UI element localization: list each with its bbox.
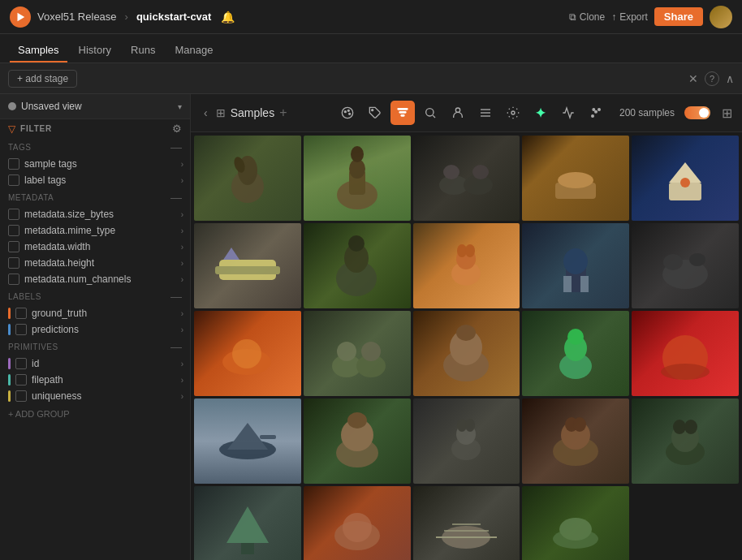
grid-cell-12[interactable] bbox=[413, 311, 520, 396]
grid-cell-22[interactable] bbox=[413, 486, 520, 560]
grid-cell-15[interactable] bbox=[194, 398, 301, 484]
add-tab-button[interactable]: + bbox=[279, 106, 287, 120]
svg-rect-49 bbox=[580, 276, 589, 292]
grid-cell-19[interactable] bbox=[632, 398, 739, 484]
grid-cell-13[interactable] bbox=[522, 311, 629, 396]
prev-sample-button[interactable]: ‹ bbox=[201, 105, 211, 121]
grid-view-button[interactable]: ⊞ bbox=[722, 106, 732, 121]
tab-manage[interactable]: Manage bbox=[166, 39, 221, 62]
filepath-color-bar bbox=[8, 374, 11, 386]
sidebar-item-width[interactable]: metadata.width › bbox=[0, 239, 190, 255]
tags-group-collapse[interactable]: — bbox=[170, 140, 182, 153]
clear-stage-button[interactable]: ✕ bbox=[688, 72, 698, 85]
notification-icon[interactable]: 🔔 bbox=[221, 11, 235, 24]
tab-runs[interactable]: Runs bbox=[123, 39, 163, 62]
app-name: Voxel51 Release bbox=[37, 11, 117, 23]
grid-cell-23[interactable] bbox=[522, 486, 629, 560]
grid-cell-5[interactable] bbox=[194, 223, 301, 308]
sidebar-item-sample-tags[interactable]: sample tags › bbox=[0, 156, 190, 172]
primitives-group-collapse[interactable]: — bbox=[170, 340, 182, 353]
grid-cell-8[interactable] bbox=[522, 223, 629, 308]
filter-section-header: ▽ FILTER ⚙ bbox=[0, 119, 190, 138]
sample-tags-checkbox[interactable] bbox=[8, 158, 19, 170]
toggle-track[interactable] bbox=[684, 106, 710, 119]
ground-truth-checkbox[interactable] bbox=[15, 308, 27, 319]
help-button[interactable]: ? bbox=[705, 71, 719, 86]
add-stage-button[interactable]: + add stage bbox=[8, 70, 77, 88]
scatter-button[interactable] bbox=[584, 101, 608, 125]
label-tags-checkbox[interactable] bbox=[8, 174, 19, 186]
grid-cell-11[interactable] bbox=[304, 311, 411, 396]
tab-history[interactable]: History bbox=[71, 39, 119, 62]
view-selector[interactable]: Unsaved view ▾ bbox=[0, 94, 190, 119]
share-button[interactable]: Share bbox=[654, 7, 703, 26]
svg-point-16 bbox=[592, 115, 594, 118]
avatar[interactable] bbox=[710, 6, 732, 28]
person-button[interactable] bbox=[446, 101, 470, 125]
export-button[interactable]: ↑ Export bbox=[611, 11, 648, 23]
svg-marker-0 bbox=[18, 12, 25, 21]
grid-cell-7[interactable] bbox=[413, 223, 520, 308]
uniqueness-checkbox[interactable] bbox=[15, 390, 27, 402]
grid-cell-17[interactable] bbox=[413, 398, 520, 484]
grid-cell-6[interactable] bbox=[304, 223, 411, 308]
palette-button[interactable] bbox=[335, 101, 360, 125]
ai-button[interactable]: ✦ bbox=[528, 101, 553, 125]
width-checkbox[interactable] bbox=[8, 241, 19, 252]
sidebar-item-uniqueness[interactable]: uniqueness › bbox=[0, 388, 190, 404]
filter-settings-icon[interactable]: ⚙ bbox=[172, 123, 182, 135]
app-logo[interactable] bbox=[10, 6, 31, 28]
view-chevron-icon: ▾ bbox=[178, 102, 182, 111]
sidebar-item-id[interactable]: id › bbox=[0, 355, 190, 372]
grid-cell-16[interactable] bbox=[304, 398, 411, 484]
sidebar: Unsaved view ▾ ▽ FILTER ⚙ TAGS — sample … bbox=[0, 94, 191, 560]
grid-cell-14[interactable] bbox=[632, 311, 739, 396]
sidebar-item-label-tags[interactable]: label tags › bbox=[0, 172, 190, 188]
sidebar-item-height[interactable]: metadata.height › bbox=[0, 255, 190, 271]
sidebar-item-filepath[interactable]: filepath › bbox=[0, 372, 190, 388]
grid-cell-0[interactable] bbox=[194, 136, 301, 221]
add-group-button[interactable]: + ADD GROUP bbox=[0, 404, 190, 424]
id-checkbox[interactable] bbox=[15, 358, 27, 369]
view-dot bbox=[8, 102, 16, 110]
sidebar-item-size-bytes[interactable]: metadata.size_bytes › bbox=[0, 206, 190, 222]
grid-cell-4[interactable] bbox=[632, 136, 739, 221]
height-chevron-icon: › bbox=[181, 259, 183, 268]
num-channels-checkbox[interactable] bbox=[8, 274, 19, 285]
metadata-group-title: METADATA bbox=[8, 193, 167, 202]
grid-cell-20[interactable] bbox=[194, 486, 301, 560]
filepath-checkbox[interactable] bbox=[15, 374, 27, 386]
list-button[interactable] bbox=[473, 101, 498, 125]
sidebar-item-num-channels[interactable]: metadata.num_channels › bbox=[0, 271, 190, 287]
collapse-button[interactable]: ∧ bbox=[726, 72, 734, 85]
ground-truth-chevron-icon: › bbox=[181, 309, 183, 318]
metadata-group-collapse[interactable]: — bbox=[170, 191, 182, 204]
height-checkbox[interactable] bbox=[8, 257, 19, 269]
sidebar-item-predictions[interactable]: predictions › bbox=[0, 321, 190, 338]
settings-button[interactable] bbox=[501, 101, 525, 125]
search-button[interactable] bbox=[418, 101, 442, 125]
grid-cell-3[interactable] bbox=[522, 136, 629, 221]
size-bytes-checkbox[interactable] bbox=[8, 209, 19, 220]
sidebar-item-ground-truth[interactable]: ground_truth › bbox=[0, 305, 190, 321]
tag-button[interactable] bbox=[363, 101, 387, 125]
dataset-name[interactable]: quickstart-cvat bbox=[136, 11, 211, 23]
tab-samples[interactable]: Samples bbox=[10, 39, 67, 62]
predictions-checkbox[interactable] bbox=[15, 324, 27, 335]
chart-button[interactable] bbox=[556, 101, 580, 125]
grid-cell-9[interactable] bbox=[632, 223, 739, 308]
sidebar-item-mime-type[interactable]: metadata.mime_type › bbox=[0, 222, 190, 239]
filter-button[interactable] bbox=[390, 101, 415, 125]
mime-type-checkbox[interactable] bbox=[8, 225, 19, 236]
svg-point-64 bbox=[567, 329, 584, 345]
samples-count: 200 samples bbox=[619, 107, 675, 118]
toggle-switch[interactable] bbox=[684, 106, 710, 119]
grid-cell-2[interactable] bbox=[413, 136, 520, 221]
grid-cell-18[interactable] bbox=[522, 398, 629, 484]
grid-cell-1[interactable] bbox=[304, 136, 411, 221]
clone-button[interactable]: ⧉ Clone bbox=[569, 11, 605, 23]
labels-group-collapse[interactable]: — bbox=[170, 290, 182, 303]
grid-view-icon: ⊞ bbox=[216, 106, 226, 119]
grid-cell-10[interactable] bbox=[194, 311, 301, 396]
grid-cell-21[interactable] bbox=[304, 486, 411, 560]
